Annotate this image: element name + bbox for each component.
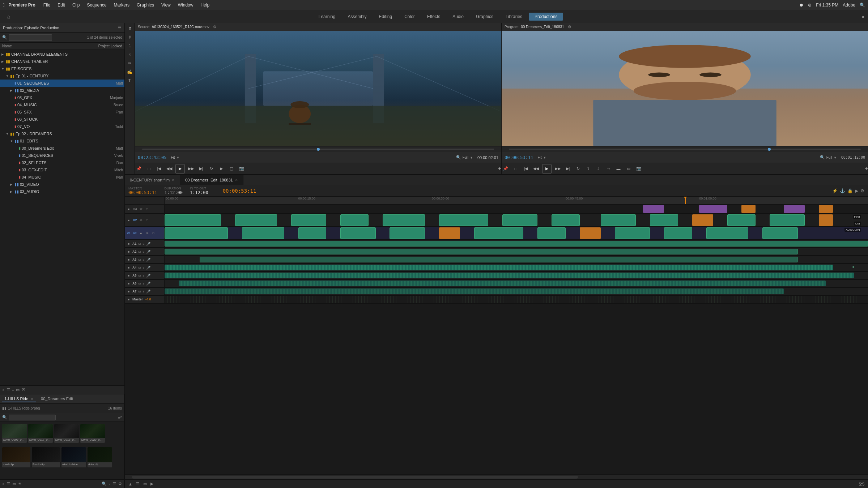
source-fast-forward[interactable]: ▶▶	[187, 165, 195, 173]
workspace-expand-icon[interactable]: »	[861, 14, 864, 20]
track-level-master[interactable]: -4.0	[145, 297, 151, 301]
tab-graphics[interactable]: Graphics	[470, 13, 499, 21]
track-content-v1[interactable]: A001C00N	[165, 227, 868, 240]
tree-item-episodes[interactable]: ▼ ▮▮ EPISODES	[0, 65, 124, 72]
footer-new-bin-icon[interactable]: ▫	[12, 388, 14, 392]
tree-item-media01[interactable]: ▶ ▮▮ 02_MEDIA	[0, 87, 124, 94]
clip-v1-11[interactable]	[664, 227, 692, 239]
tree-item-dreamers-edit[interactable]: ▮ 00_Dreamers Edit Matt	[0, 145, 124, 152]
tl-tool-settings[interactable]: ⚙	[860, 188, 864, 193]
source-deselect[interactable]: □	[145, 165, 153, 173]
clip-a5-full[interactable]	[165, 273, 854, 278]
tab-color[interactable]: Color	[399, 13, 421, 21]
track-s-a2[interactable]: S	[142, 250, 144, 253]
track-eye-v2[interactable]: 👁	[139, 218, 144, 223]
bin-footer-icon[interactable]: ☀	[18, 481, 22, 486]
tree-item-gfx01[interactable]: ▮ 03_GFX Marjorie	[0, 94, 124, 101]
track-mic-a3[interactable]: 🎤	[146, 257, 151, 262]
prog-rewind[interactable]: ◀◀	[532, 165, 540, 173]
project-search-input[interactable]	[9, 34, 52, 41]
bin-tab-hills-close[interactable]: ✕	[31, 397, 34, 401]
tool-select[interactable]: ⇧	[126, 25, 134, 33]
tl-footer-list[interactable]: ☰	[136, 481, 140, 486]
tool-hand[interactable]: ✍	[126, 68, 134, 76]
tl-footer-grid[interactable]: ▭	[143, 481, 147, 486]
bin-thumb-4[interactable]: C048_C020_0101U4	[80, 424, 105, 443]
tl-master-tc[interactable]: 00:00:53:11	[128, 190, 157, 195]
bin-thumb-3[interactable]: C048_C018_0101DL	[54, 424, 79, 443]
clip-v1-2[interactable]	[242, 227, 284, 239]
track-target-v2[interactable]: V2	[132, 218, 137, 223]
prog-loop[interactable]: ↻	[574, 165, 582, 173]
clip-a7-full[interactable]	[165, 288, 784, 294]
tab-libraries[interactable]: Libraries	[500, 13, 528, 21]
track-lock-v1[interactable]: □	[151, 231, 156, 236]
clip-v3-2[interactable]	[699, 205, 727, 213]
clip-v1-7[interactable]	[474, 227, 523, 239]
bin-search-input[interactable]	[9, 415, 56, 420]
tree-item-vo01[interactable]: ▮ 07_VO Todd	[0, 123, 124, 130]
clip-v2-10[interactable]	[650, 214, 678, 226]
tab-audio[interactable]: Audio	[447, 13, 469, 21]
track-mic-a6[interactable]: 🎤	[146, 281, 151, 286]
scrollbar-thumb[interactable]	[132, 476, 578, 479]
prog-overwrite[interactable]: ▬	[614, 165, 622, 173]
prog-play[interactable]: ▶	[542, 164, 552, 174]
menu-markers[interactable]: Markers	[111, 2, 132, 8]
tl-tab-century-close[interactable]: ✕	[172, 178, 175, 182]
clip-v2-5[interactable]	[383, 214, 425, 226]
clip-v2-8[interactable]	[552, 214, 580, 226]
tl-tool-lock[interactable]: 🔒	[847, 188, 853, 193]
tree-item-audio02[interactable]: ▶ ▮▮ 03_AUDIO	[0, 188, 124, 195]
track-mic-a5[interactable]: 🎤	[146, 273, 151, 278]
track-content-a1[interactable]	[165, 240, 868, 248]
source-settings-icon[interactable]: ⚙	[213, 25, 217, 29]
clip-v3-4[interactable]	[784, 205, 805, 213]
track-content-v3[interactable]	[165, 205, 868, 214]
bin-footer-new[interactable]: ▫	[109, 482, 110, 486]
track-sync-v1-b[interactable]: V2	[132, 231, 137, 236]
tree-item-seq01[interactable]: ▮ 01_SEQUENCES Matt	[0, 80, 124, 87]
footer-delete-icon[interactable]: ☒	[22, 388, 25, 392]
source-camera[interactable]: 📷	[238, 165, 246, 173]
program-full-label[interactable]: Full	[826, 155, 832, 159]
clip-v1-5[interactable]	[390, 227, 425, 239]
tl-duration-val[interactable]: 1:12:00	[164, 190, 183, 195]
track-content-a4[interactable]: ■	[165, 264, 868, 271]
track-sync-v3[interactable]: ■	[126, 206, 131, 211]
source-scrubber-bar[interactable]	[142, 149, 494, 150]
clip-v2-13[interactable]	[770, 214, 805, 226]
clip-v3-3[interactable]	[741, 205, 756, 213]
prog-step-fwd[interactable]: ▶|	[564, 165, 572, 173]
clip-v2-12[interactable]	[727, 214, 756, 226]
clip-v1-4[interactable]	[340, 227, 375, 239]
bin-footer-grid[interactable]: ▭	[12, 481, 16, 486]
source-marker[interactable]: ▶	[217, 165, 225, 173]
prog-add-btn[interactable]: +	[865, 166, 868, 172]
clip-v1-1[interactable]	[165, 227, 228, 239]
source-timecode[interactable]: 00:23:43:05	[138, 155, 166, 160]
track-sync-a5[interactable]: ■	[126, 273, 131, 278]
home-button[interactable]: ⌂	[4, 12, 14, 22]
tree-item-music01[interactable]: ▮ 04_MUSIC Bruce	[0, 101, 124, 108]
clip-v3-5[interactable]	[819, 205, 833, 213]
bin-footer-list[interactable]: ☰	[7, 481, 10, 486]
program-zoom-icon[interactable]: 🔍	[820, 155, 825, 160]
track-s-a7[interactable]: S	[142, 290, 144, 293]
bin-tab-dreamers[interactable]: 00_Dreamers Edit	[39, 396, 75, 402]
menu-window[interactable]: Window	[175, 2, 196, 8]
clip-a3-full[interactable]	[200, 257, 797, 262]
track-s-a3[interactable]: S	[142, 258, 144, 261]
tracks-scroll[interactable]: ■ V3 👁 □	[125, 205, 868, 474]
track-m-a1[interactable]: M	[139, 242, 141, 245]
bin-thumb-6[interactable]: B-roll clip	[32, 447, 60, 467]
bin-thumb-1[interactable]: C048_C009_0101BD	[2, 424, 27, 443]
track-content-a7[interactable]	[165, 288, 868, 295]
clip-v2-9[interactable]	[601, 214, 636, 226]
tl-tab-dreamers-close[interactable]: ✕	[235, 178, 238, 182]
source-add-edit[interactable]: 📌	[135, 165, 143, 173]
clip-v2-14[interactable]	[819, 214, 833, 226]
program-full-chevron[interactable]: ▼	[834, 156, 837, 159]
track-content-v2[interactable]: Foot Ora	[165, 214, 868, 227]
track-target-v3[interactable]: V3	[132, 206, 137, 211]
